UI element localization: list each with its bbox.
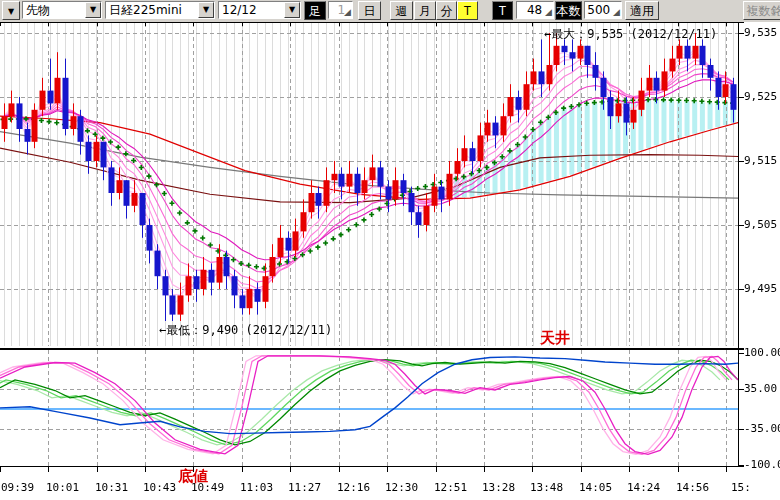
time-tick-label: 12:16: [337, 481, 370, 494]
instrument-type-select[interactable]: 先物 ▼: [22, 1, 102, 19]
spinner-icon[interactable]: ◢: [545, 8, 552, 17]
time-tick-label: 14:56: [676, 481, 709, 494]
period-month-button[interactable]: 月: [414, 1, 436, 20]
time-tick-label: 15:: [731, 481, 751, 494]
period-minute-button[interactable]: 分: [436, 1, 457, 20]
date-value: 12/12: [222, 3, 257, 18]
time-tick-label: 13:48: [530, 481, 563, 494]
oscillator-tick-label: -100.0: [744, 458, 780, 471]
period-day-button[interactable]: 日: [358, 1, 381, 20]
chart-canvas[interactable]: [0, 0, 780, 500]
oscillator-tick-label: 35.00: [744, 382, 777, 395]
price-tick-label: 9,535: [744, 26, 777, 39]
instrument-type-value: 先物: [26, 3, 50, 18]
min-price-annotation: ←最低：9,490 (2012/12/11): [159, 322, 332, 339]
bar-count-value: 500: [585, 3, 610, 18]
price-tick-label: 9,515: [744, 154, 777, 167]
time-tick-label: 14:05: [579, 481, 612, 494]
price-tick-label: 9,505: [744, 218, 777, 231]
ceiling-annotation: 天井: [540, 329, 570, 348]
period-tick-button[interactable]: T: [457, 1, 478, 20]
instrument-value: 日経225mini: [109, 3, 182, 18]
apply-button[interactable]: 適用: [625, 1, 659, 20]
toolbar: ▼ 先物 ▼ 日経225mini ▼ 12/12 ▼ 足 1 ◢ 日 週 月 分…: [0, 0, 780, 22]
tick-count-spinner[interactable]: 48 ◢: [516, 1, 554, 19]
time-tick-label: 10:43: [143, 481, 176, 494]
chevron-down-icon[interactable]: ▼: [198, 2, 214, 18]
time-tick-label: 12:30: [385, 481, 418, 494]
period-week-button[interactable]: 週: [390, 1, 413, 20]
time-tick-label: 10:01: [46, 481, 79, 494]
spinner-icon[interactable]: ◢: [344, 8, 351, 17]
bar-type-button[interactable]: 足: [304, 1, 326, 20]
chart-corner-dropdown[interactable]: ▼: [2, 1, 20, 20]
chevron-down-icon: ▼: [8, 7, 14, 16]
time-tick-label: 09:39: [1, 481, 34, 494]
time-tick-label: 13:28: [482, 481, 515, 494]
time-tick-label: 14:24: [627, 481, 660, 494]
bar-interval-spinner[interactable]: 1 ◢: [328, 1, 353, 19]
date-select[interactable]: 12/12 ▼: [218, 1, 301, 19]
bar-count-label: 本数: [555, 1, 582, 20]
spinner-icon[interactable]: ◢: [613, 8, 620, 17]
max-price-annotation: ←最大：9,535 (2012/12/11): [544, 26, 717, 43]
tick-count-value: 48: [517, 3, 542, 18]
time-tick-label: 10:31: [95, 481, 128, 494]
multi-symbol-button: 複数銘柄: [743, 1, 780, 20]
time-tick-label: 11:27: [288, 481, 321, 494]
instrument-select[interactable]: 日経225mini ▼: [105, 1, 215, 19]
tick-mode-button[interactable]: T: [492, 1, 513, 20]
bottom-annotation: 底値: [178, 467, 208, 486]
bar-count-spinner[interactable]: 500 ◢: [584, 1, 622, 19]
chevron-down-icon[interactable]: ▼: [284, 2, 300, 18]
chevron-down-icon[interactable]: ▼: [85, 2, 101, 18]
oscillator-tick-label: -35.00: [744, 422, 780, 435]
price-tick-label: 9,525: [744, 90, 777, 103]
time-tick-label: 12:51: [434, 481, 467, 494]
price-tick-label: 9,495: [744, 282, 777, 295]
bar-interval-value: 1: [329, 3, 345, 18]
oscillator-tick-label: 100.00: [744, 346, 780, 359]
time-tick-label: 11:03: [240, 481, 273, 494]
